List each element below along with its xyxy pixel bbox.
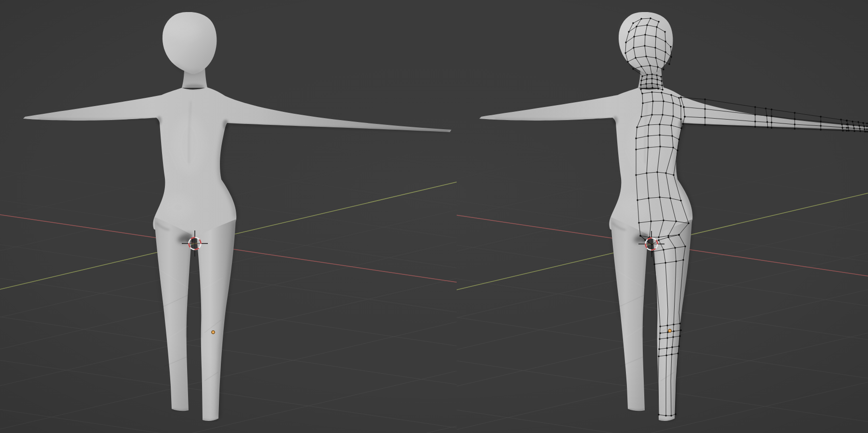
blender-3d-viewport-comparison [0, 0, 868, 433]
object-origin-icon[interactable] [668, 329, 672, 333]
object-origin-icon[interactable] [212, 331, 215, 334]
viewport-background [0, 0, 868, 433]
3d-scene-canvas[interactable] [0, 0, 868, 433]
